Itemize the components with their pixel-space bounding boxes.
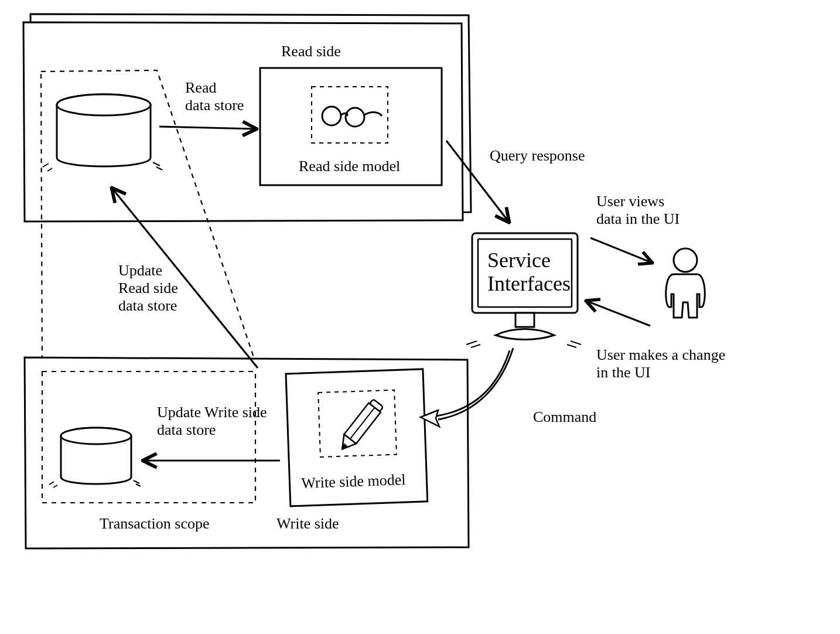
- update-read-label: Update Read side data store: [118, 262, 182, 314]
- svg-rect-14: [515, 313, 534, 327]
- user-icon: [666, 248, 705, 318]
- transaction-scope-label: Transaction scope: [100, 515, 210, 532]
- svg-text:Write side model: Write side model: [301, 471, 406, 492]
- write-datastore-icon: [49, 428, 141, 488]
- write-model-box: Write side model: [286, 369, 428, 506]
- read-datastore-icon: [43, 94, 162, 171]
- query-response-label: Query response: [490, 147, 585, 164]
- user-views-label: User views data in the UI: [596, 193, 679, 227]
- read-model-label: Read side model: [299, 158, 400, 175]
- write-side-title: Write side: [276, 515, 339, 532]
- user-change-label: User makes a change in the UI: [596, 346, 729, 381]
- service-monitor-icon: Service Interfaces: [466, 233, 581, 347]
- command-label: Command: [533, 408, 596, 425]
- svg-point-16: [674, 248, 697, 272]
- arrow-user-change: [587, 301, 650, 326]
- arrow-user-views: [590, 238, 651, 263]
- read-side-title: Read side: [281, 43, 341, 60]
- svg-point-1: [57, 94, 151, 115]
- svg-point-5: [61, 428, 131, 444]
